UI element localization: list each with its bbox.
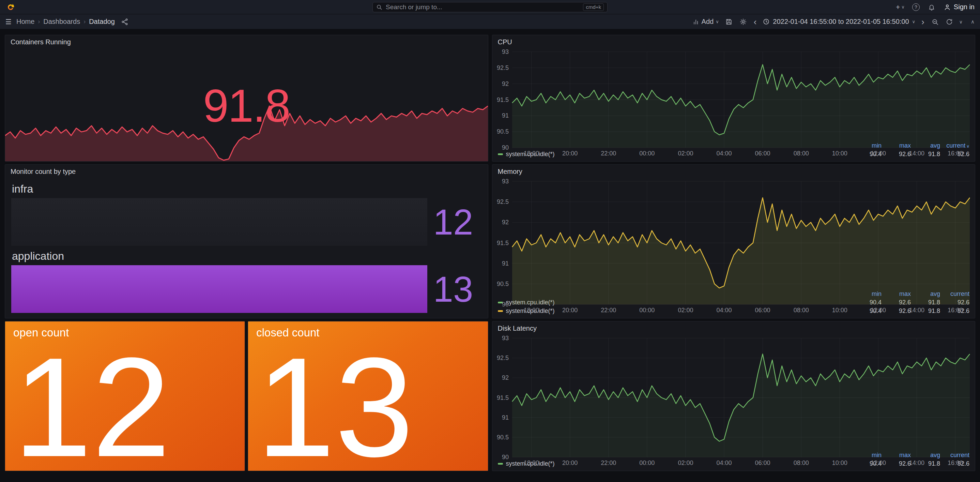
- zoom-out-icon[interactable]: [931, 17, 939, 26]
- bar-gauge-fill: [11, 265, 427, 313]
- new-menu-button[interactable]: + ∨: [896, 3, 905, 11]
- time-series-plot[interactable]: 9090.59191.59292.59318:0020:0022:0000:00…: [492, 334, 975, 450]
- grafana-logo[interactable]: [5, 2, 15, 12]
- add-label: Add: [702, 18, 714, 25]
- sign-in-button[interactable]: Sign in: [943, 3, 975, 11]
- chart-svg: 9090.59191.59292.59318:0020:0022:0000:00…: [492, 177, 975, 315]
- svg-text:20:00: 20:00: [562, 150, 578, 157]
- chevron-right-icon: ›: [83, 18, 86, 25]
- dashboard-settings-gear-icon[interactable]: [739, 17, 748, 26]
- svg-text:90.5: 90.5: [496, 434, 508, 441]
- user-icon: [943, 3, 951, 11]
- save-dashboard-icon[interactable]: [724, 17, 733, 26]
- svg-text:06:00: 06:00: [755, 307, 770, 313]
- svg-text:10:00: 10:00: [832, 307, 847, 313]
- svg-text:04:00: 04:00: [716, 307, 732, 313]
- svg-text:22:00: 22:00: [601, 150, 616, 157]
- svg-text:14:00: 14:00: [909, 307, 924, 313]
- svg-text:93: 93: [501, 335, 508, 342]
- bar-gauge-value: 13: [427, 271, 482, 307]
- svg-text:92: 92: [501, 80, 508, 87]
- svg-text:02:00: 02:00: [678, 307, 693, 313]
- stat-value: 91.8: [203, 80, 290, 132]
- svg-text:22:00: 22:00: [601, 460, 616, 466]
- svg-text:91: 91: [501, 112, 508, 119]
- chevron-right-icon: ›: [38, 18, 40, 25]
- grafana-flame-icon: [6, 2, 15, 11]
- time-shift-forward-icon[interactable]: ›: [921, 17, 925, 26]
- dashboard-toolbar: ☰ Home › Dashboards › Datadog Add ∨ ‹ 20…: [0, 14, 980, 29]
- bar-gauge-row: 13: [11, 265, 482, 313]
- bar-gauge-value: 12: [427, 204, 482, 240]
- panel-title[interactable]: Disk Latency: [492, 321, 975, 334]
- breadcrumb-current[interactable]: Datadog: [89, 18, 115, 25]
- svg-text:02:00: 02:00: [678, 150, 693, 157]
- stat-panels-row: open count 12 closed count 13: [5, 321, 488, 471]
- search-placeholder: Search or jump to...: [386, 3, 580, 11]
- svg-text:12:00: 12:00: [870, 307, 886, 313]
- panel-title[interactable]: Memory: [492, 165, 975, 177]
- menu-toggle-icon[interactable]: ☰: [5, 18, 11, 26]
- breadcrumb: Home › Dashboards › Datadog: [16, 18, 115, 25]
- svg-text:04:00: 04:00: [716, 150, 732, 157]
- svg-text:91: 91: [501, 260, 508, 267]
- stat-value: 12: [13, 352, 237, 463]
- share-icon[interactable]: [120, 17, 129, 26]
- svg-text:91.5: 91.5: [496, 240, 508, 247]
- bar-gauge-track[interactable]: [11, 198, 427, 246]
- refresh-interval-dropdown-icon[interactable]: ∨: [959, 19, 963, 25]
- sign-in-label: Sign in: [954, 3, 975, 11]
- panel-title[interactable]: Monitor count by type: [5, 165, 488, 177]
- svg-text:02:00: 02:00: [678, 460, 693, 466]
- breadcrumb-dashboards[interactable]: Dashboards: [43, 18, 80, 25]
- svg-text:16:00: 16:00: [948, 150, 963, 157]
- svg-text:18:00: 18:00: [524, 307, 539, 313]
- chevron-down-icon: ∨: [901, 5, 905, 10]
- time-series-plot[interactable]: 9090.59191.59292.59318:0020:0022:0000:00…: [492, 177, 975, 289]
- svg-text:06:00: 06:00: [755, 150, 770, 157]
- svg-text:16:00: 16:00: [948, 460, 963, 466]
- add-panel-button[interactable]: Add ∨: [693, 18, 719, 25]
- svg-text:93: 93: [501, 178, 508, 185]
- svg-text:18:00: 18:00: [524, 150, 539, 157]
- search-input[interactable]: Search or jump to... cmd+k: [372, 2, 608, 12]
- svg-text:10:00: 10:00: [832, 150, 847, 157]
- svg-text:20:00: 20:00: [562, 460, 578, 466]
- svg-text:14:00: 14:00: [909, 150, 924, 157]
- svg-text:16:00: 16:00: [948, 307, 963, 313]
- chart-svg: 9090.59191.59292.59318:0020:0022:0000:00…: [492, 48, 975, 158]
- svg-text:00:00: 00:00: [639, 307, 655, 313]
- svg-text:90.5: 90.5: [496, 128, 508, 135]
- svg-text:00:00: 00:00: [639, 460, 655, 466]
- notifications-bell-icon[interactable]: [927, 3, 936, 11]
- collapse-toolbar-icon[interactable]: ∧: [971, 19, 975, 25]
- svg-text:06:00: 06:00: [755, 460, 770, 466]
- svg-text:92.5: 92.5: [496, 198, 508, 205]
- search-icon: [376, 4, 382, 10]
- svg-text:90.5: 90.5: [496, 280, 508, 287]
- time-shift-back-icon[interactable]: ‹: [753, 17, 757, 26]
- svg-text:14:00: 14:00: [909, 460, 924, 466]
- help-icon[interactable]: ?: [912, 3, 920, 11]
- refresh-icon[interactable]: [945, 17, 954, 26]
- time-range-picker[interactable]: 2022-01-04 16:55:00 to 2022-01-05 16:50:…: [763, 18, 915, 25]
- svg-text:12:00: 12:00: [870, 460, 886, 466]
- svg-text:04:00: 04:00: [716, 460, 732, 466]
- svg-text:93: 93: [501, 48, 508, 55]
- chevron-down-icon: ∨: [912, 19, 916, 24]
- svg-text:90: 90: [501, 454, 508, 461]
- svg-text:92.5: 92.5: [496, 64, 508, 71]
- shortcut-badge: cmd+k: [583, 3, 604, 11]
- panel-title[interactable]: Containers Running: [5, 35, 488, 48]
- bar-gauge-track[interactable]: [11, 265, 427, 313]
- stat-value: 13: [256, 352, 479, 463]
- panel-monitor-count: Monitor count by type infra 12 applicati…: [5, 164, 488, 318]
- panel-title[interactable]: CPU: [492, 35, 975, 48]
- plus-icon: +: [896, 3, 900, 11]
- svg-text:08:00: 08:00: [793, 307, 808, 313]
- svg-text:91.5: 91.5: [496, 97, 508, 103]
- panel-closed-count: closed count 13: [248, 321, 488, 471]
- breadcrumb-home[interactable]: Home: [16, 18, 34, 25]
- time-series-plot[interactable]: 9090.59191.59292.59318:0020:0022:0000:00…: [492, 48, 975, 141]
- svg-text:90: 90: [501, 301, 508, 308]
